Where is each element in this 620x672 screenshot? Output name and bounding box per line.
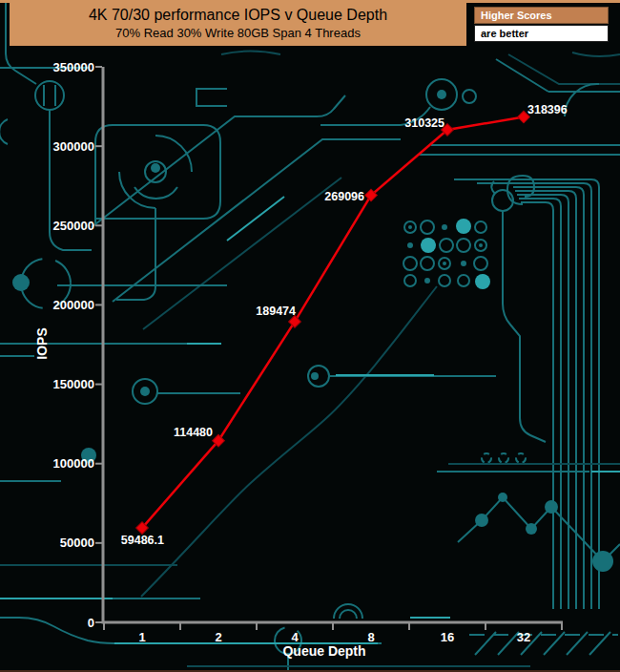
data-point-label: 310325: [404, 116, 444, 130]
x-tick-label: 2: [215, 630, 221, 644]
data-point-label: 269096: [324, 190, 364, 203]
scores-note-box: Higher Scores are better: [474, 7, 609, 42]
x-tick-label: 32: [517, 630, 530, 644]
chart-title: 4K 70/30 performance IOPS v Queue Depth: [10, 2, 466, 25]
x-axis-title: Queue Depth: [282, 643, 365, 659]
y-tick-label: 50000: [60, 536, 94, 550]
benchmark-chart-screenshot: 0500001000001500002000002500003000003500…: [0, 0, 620, 672]
x-tick-label: 16: [441, 630, 454, 644]
y-tick-label: 300000: [53, 139, 94, 154]
data-point-label: 59486.1: [121, 534, 164, 547]
x-tick-label: 1: [138, 630, 145, 644]
title-banner: 4K 70/30 performance IOPS v Queue Depth …: [10, 2, 466, 46]
y-tick-label: 0: [88, 616, 94, 630]
data-point-label: 114480: [174, 426, 213, 439]
x-tick-label: 8: [367, 630, 374, 644]
y-tick-label: 200000: [53, 298, 94, 312]
y-tick-label: 100000: [53, 456, 94, 471]
x-tick-label: 4: [291, 630, 299, 644]
pcb-background-art: [0, 0, 620, 672]
chart-subtitle: 70% Read 30% Write 80GB Span 4 Threads: [10, 25, 466, 41]
data-point-label: 318396: [527, 103, 568, 116]
chart-plot-area: 0500001000001500002000002500003000003500…: [34, 60, 568, 660]
y-tick-label: 350000: [53, 60, 94, 74]
y-tick-label: 150000: [53, 377, 94, 391]
scores-note-header: Higher Scores: [474, 7, 609, 24]
iops-line-chart: 0500001000001500002000002500003000003500…: [0, 0, 620, 672]
scores-note-body: are better: [474, 25, 609, 42]
data-point-label: 189474: [256, 304, 296, 318]
y-tick-label: 250000: [53, 219, 94, 233]
y-axis-title: IOPS: [34, 327, 50, 359]
